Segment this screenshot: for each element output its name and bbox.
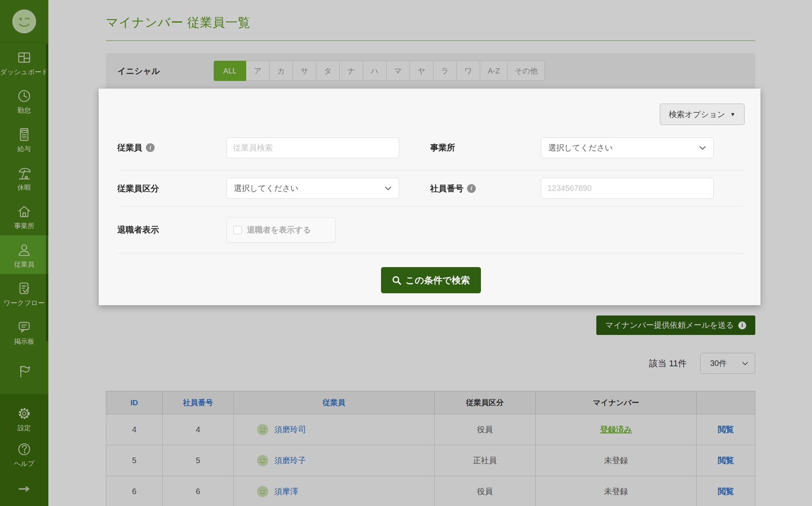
office-field-label: 事業所 bbox=[430, 142, 541, 153]
info-icon[interactable]: i bbox=[146, 143, 155, 152]
employee-number-input[interactable] bbox=[541, 178, 714, 199]
search-submit-button[interactable]: この条件で検索 bbox=[381, 267, 481, 293]
search-options-button-label: 検索オプション bbox=[669, 109, 725, 120]
search-options-panel: 検索オプション ▼ 従業員 i 事業所 選択してください bbox=[99, 89, 760, 305]
employee-type-label: 従業員区分 bbox=[117, 183, 226, 194]
show-retired-checkbox-group[interactable]: 退職者を表示する bbox=[226, 217, 336, 243]
office-select[interactable]: 選択してください bbox=[541, 137, 714, 158]
show-retired-checkbox-label: 退職者を表示する bbox=[247, 225, 311, 235]
employee-search-input[interactable] bbox=[226, 137, 399, 158]
search-icon bbox=[392, 276, 401, 285]
office-select-value: 選択してください bbox=[548, 142, 613, 153]
chevron-down-icon bbox=[385, 186, 392, 190]
chevron-down-icon bbox=[699, 146, 706, 150]
caret-down-icon: ▼ bbox=[730, 111, 735, 117]
employee-type-select-value: 選択してください bbox=[234, 183, 299, 194]
search-submit-label: この条件で検索 bbox=[406, 274, 470, 287]
retired-field-label: 退職者表示 bbox=[117, 224, 226, 235]
show-retired-checkbox[interactable] bbox=[234, 226, 242, 234]
employee-type-select[interactable]: 選択してください bbox=[226, 178, 399, 199]
search-options-button[interactable]: 検索オプション ▼ bbox=[660, 104, 745, 125]
employee-field-label: 従業員 i bbox=[117, 142, 226, 153]
info-icon[interactable]: i bbox=[467, 184, 476, 193]
employee-number-label: 社員番号 i bbox=[430, 183, 541, 194]
